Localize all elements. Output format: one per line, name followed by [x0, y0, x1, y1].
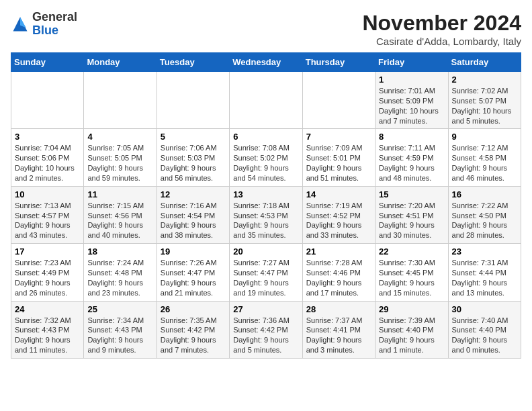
day-info: Sunrise: 7:37 AM Sunset: 4:41 PM Dayligh…: [306, 316, 371, 355]
day-number: 30: [452, 304, 517, 314]
weekday-header: Tuesday: [157, 53, 229, 72]
day-info: Sunrise: 7:11 AM Sunset: 4:59 PM Dayligh…: [379, 143, 444, 183]
calendar-cell: 9Sunrise: 7:12 AM Sunset: 4:58 PM Daylig…: [448, 129, 521, 186]
logo: General Blue: [11, 11, 77, 38]
day-info: Sunrise: 7:09 AM Sunset: 5:01 PM Dayligh…: [306, 143, 371, 183]
day-number: 20: [233, 246, 298, 257]
calendar-cell: 26Sunrise: 7:35 AM Sunset: 4:42 PM Dayli…: [157, 301, 229, 358]
day-info: Sunrise: 7:06 AM Sunset: 5:03 PM Dayligh…: [161, 143, 226, 183]
weekday-header: Thursday: [302, 53, 375, 72]
calendar-cell: 12Sunrise: 7:16 AM Sunset: 4:54 PM Dayli…: [157, 186, 229, 243]
day-info: Sunrise: 7:30 AM Sunset: 4:45 PM Dayligh…: [379, 258, 444, 298]
day-number: 8: [379, 132, 444, 142]
calendar-cell: 3Sunrise: 7:04 AM Sunset: 5:06 PM Daylig…: [11, 129, 84, 186]
calendar-cell: 16Sunrise: 7:22 AM Sunset: 4:50 PM Dayli…: [448, 186, 521, 243]
day-number: 5: [161, 132, 226, 142]
calendar-cell: 20Sunrise: 7:27 AM Sunset: 4:47 PM Dayli…: [230, 244, 302, 301]
calendar-cell: 30Sunrise: 7:40 AM Sunset: 4:40 PM Dayli…: [448, 301, 521, 358]
day-info: Sunrise: 7:31 AM Sunset: 4:44 PM Dayligh…: [452, 258, 517, 298]
day-number: 22: [379, 246, 444, 257]
day-number: 10: [15, 189, 80, 199]
calendar-cell: 23Sunrise: 7:31 AM Sunset: 4:44 PM Dayli…: [448, 244, 521, 301]
day-number: 11: [87, 189, 152, 199]
calendar-cell: [302, 72, 375, 129]
day-info: Sunrise: 7:04 AM Sunset: 5:06 PM Dayligh…: [15, 143, 80, 183]
day-number: 16: [452, 189, 517, 199]
calendar-cell: 25Sunrise: 7:34 AM Sunset: 4:43 PM Dayli…: [84, 301, 157, 358]
day-info: Sunrise: 7:16 AM Sunset: 4:54 PM Dayligh…: [161, 201, 226, 240]
day-info: Sunrise: 7:26 AM Sunset: 4:47 PM Dayligh…: [161, 258, 226, 298]
calendar-cell: 1Sunrise: 7:01 AM Sunset: 5:09 PM Daylig…: [375, 72, 448, 129]
month-title: November 2024: [362, 11, 521, 36]
calendar-cell: 2Sunrise: 7:02 AM Sunset: 5:07 PM Daylig…: [448, 72, 521, 129]
calendar-cell: 19Sunrise: 7:26 AM Sunset: 4:47 PM Dayli…: [157, 244, 229, 301]
logo-icon: [11, 15, 30, 34]
day-info: Sunrise: 7:22 AM Sunset: 4:50 PM Dayligh…: [452, 201, 517, 240]
day-info: Sunrise: 7:13 AM Sunset: 4:57 PM Dayligh…: [15, 201, 80, 240]
calendar-cell: 4Sunrise: 7:05 AM Sunset: 5:05 PM Daylig…: [84, 129, 157, 186]
day-info: Sunrise: 7:32 AM Sunset: 4:43 PM Dayligh…: [15, 316, 80, 355]
calendar-cell: 27Sunrise: 7:36 AM Sunset: 4:42 PM Dayli…: [230, 301, 302, 358]
day-info: Sunrise: 7:34 AM Sunset: 4:43 PM Dayligh…: [87, 316, 152, 355]
day-number: 2: [452, 75, 517, 85]
day-info: Sunrise: 7:01 AM Sunset: 5:09 PM Dayligh…: [379, 86, 444, 126]
weekday-header: Monday: [84, 53, 157, 72]
logo-text: General Blue: [32, 11, 77, 38]
day-info: Sunrise: 7:23 AM Sunset: 4:49 PM Dayligh…: [15, 258, 80, 298]
day-number: 25: [87, 304, 152, 314]
calendar-cell: 22Sunrise: 7:30 AM Sunset: 4:45 PM Dayli…: [375, 244, 448, 301]
weekday-header: Saturday: [448, 53, 521, 72]
day-number: 27: [233, 304, 298, 314]
day-number: 28: [306, 304, 371, 314]
day-number: 26: [161, 304, 226, 314]
calendar-cell: [230, 72, 302, 129]
calendar-cell: [84, 72, 157, 129]
calendar-cell: 5Sunrise: 7:06 AM Sunset: 5:03 PM Daylig…: [157, 129, 229, 186]
day-number: 12: [161, 189, 226, 199]
calendar-cell: 10Sunrise: 7:13 AM Sunset: 4:57 PM Dayli…: [11, 186, 84, 243]
day-info: Sunrise: 7:02 AM Sunset: 5:07 PM Dayligh…: [452, 86, 517, 126]
day-number: 21: [306, 246, 371, 257]
day-number: 14: [306, 189, 371, 199]
day-info: Sunrise: 7:40 AM Sunset: 4:40 PM Dayligh…: [452, 316, 517, 355]
weekday-header: Wednesday: [230, 53, 302, 72]
calendar-cell: 7Sunrise: 7:09 AM Sunset: 5:01 PM Daylig…: [302, 129, 375, 186]
calendar: SundayMondayTuesdayWednesdayThursdayFrid…: [11, 52, 521, 359]
day-info: Sunrise: 7:12 AM Sunset: 4:58 PM Dayligh…: [452, 143, 517, 183]
calendar-cell: 6Sunrise: 7:08 AM Sunset: 5:02 PM Daylig…: [230, 129, 302, 186]
calendar-cell: [11, 72, 84, 129]
day-info: Sunrise: 7:36 AM Sunset: 4:42 PM Dayligh…: [233, 316, 298, 355]
calendar-cell: 21Sunrise: 7:28 AM Sunset: 4:46 PM Dayli…: [302, 244, 375, 301]
calendar-cell: 11Sunrise: 7:15 AM Sunset: 4:56 PM Dayli…: [84, 186, 157, 243]
calendar-cell: 28Sunrise: 7:37 AM Sunset: 4:41 PM Dayli…: [302, 301, 375, 358]
day-info: Sunrise: 7:20 AM Sunset: 4:51 PM Dayligh…: [379, 201, 444, 240]
location: Casirate d'Adda, Lombardy, Italy: [362, 36, 521, 47]
day-info: Sunrise: 7:24 AM Sunset: 4:48 PM Dayligh…: [87, 258, 152, 298]
weekday-header: Sunday: [11, 53, 84, 72]
calendar-cell: 8Sunrise: 7:11 AM Sunset: 4:59 PM Daylig…: [375, 129, 448, 186]
day-info: Sunrise: 7:08 AM Sunset: 5:02 PM Dayligh…: [233, 143, 298, 183]
weekday-header: Friday: [375, 53, 448, 72]
calendar-cell: [157, 72, 229, 129]
calendar-cell: 18Sunrise: 7:24 AM Sunset: 4:48 PM Dayli…: [84, 244, 157, 301]
day-number: 24: [15, 304, 80, 314]
day-number: 29: [379, 304, 444, 314]
calendar-cell: 15Sunrise: 7:20 AM Sunset: 4:51 PM Dayli…: [375, 186, 448, 243]
title-block: November 2024 Casirate d'Adda, Lombardy,…: [362, 11, 521, 47]
day-info: Sunrise: 7:18 AM Sunset: 4:53 PM Dayligh…: [233, 201, 298, 240]
day-number: 15: [379, 189, 444, 199]
day-number: 4: [87, 132, 152, 142]
day-number: 9: [452, 132, 517, 142]
day-number: 23: [452, 246, 517, 257]
day-number: 3: [15, 132, 80, 142]
calendar-cell: 29Sunrise: 7:39 AM Sunset: 4:40 PM Dayli…: [375, 301, 448, 358]
calendar-cell: 17Sunrise: 7:23 AM Sunset: 4:49 PM Dayli…: [11, 244, 84, 301]
day-number: 18: [87, 246, 152, 257]
day-info: Sunrise: 7:39 AM Sunset: 4:40 PM Dayligh…: [379, 316, 444, 355]
day-number: 13: [233, 189, 298, 199]
page-header: General Blue November 2024 Casirate d'Ad…: [11, 11, 521, 47]
calendar-cell: 14Sunrise: 7:19 AM Sunset: 4:52 PM Dayli…: [302, 186, 375, 243]
day-number: 19: [161, 246, 226, 257]
day-number: 1: [379, 75, 444, 85]
day-info: Sunrise: 7:35 AM Sunset: 4:42 PM Dayligh…: [161, 316, 226, 355]
